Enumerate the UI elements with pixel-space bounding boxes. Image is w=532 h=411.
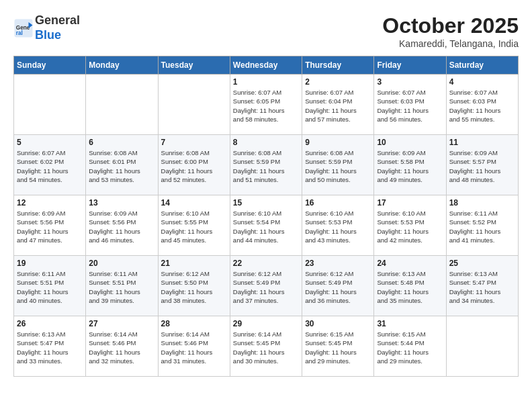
svg-text:ral: ral: [16, 30, 23, 36]
day-info: Sunrise: 6:11 AM Sunset: 5:52 PM Dayligh…: [449, 209, 515, 244]
calendar-cell: 23Sunrise: 6:12 AM Sunset: 5:49 PM Dayli…: [302, 256, 374, 316]
day-number: 19: [17, 259, 83, 268]
day-number: 8: [233, 138, 299, 147]
calendar-cell: 4Sunrise: 6:07 AM Sunset: 6:03 PM Daylig…: [446, 75, 518, 135]
calendar-cell: [14, 75, 86, 135]
day-number: 12: [17, 198, 83, 208]
day-number: 27: [89, 319, 154, 328]
calendar-cell: 28Sunrise: 6:14 AM Sunset: 5:46 PM Dayli…: [158, 316, 230, 377]
day-info: Sunrise: 6:09 AM Sunset: 5:56 PM Dayligh…: [17, 209, 83, 244]
logo-general: General: [35, 13, 80, 27]
calendar-week-1: 5Sunrise: 6:07 AM Sunset: 6:02 PM Daylig…: [14, 135, 519, 195]
weekday-wednesday: Wednesday: [230, 56, 302, 75]
day-number: 30: [305, 319, 371, 328]
day-number: 11: [449, 138, 515, 147]
calendar-week-0: 1Sunrise: 6:07 AM Sunset: 6:05 PM Daylig…: [14, 75, 519, 135]
calendar-cell: 22Sunrise: 6:12 AM Sunset: 5:49 PM Dayli…: [230, 256, 302, 316]
day-info: Sunrise: 6:09 AM Sunset: 5:57 PM Dayligh…: [449, 148, 515, 184]
day-info: Sunrise: 6:07 AM Sunset: 6:05 PM Dayligh…: [233, 88, 299, 124]
day-number: 20: [89, 259, 154, 268]
calendar-cell: 9Sunrise: 6:08 AM Sunset: 5:59 PM Daylig…: [302, 135, 374, 195]
calendar-week-4: 26Sunrise: 6:13 AM Sunset: 5:47 PM Dayli…: [14, 316, 519, 377]
day-info: Sunrise: 6:11 AM Sunset: 5:51 PM Dayligh…: [17, 269, 83, 305]
day-number: 22: [233, 259, 299, 268]
day-number: 26: [17, 319, 83, 328]
day-number: 25: [449, 259, 515, 268]
day-info: Sunrise: 6:09 AM Sunset: 5:56 PM Dayligh…: [89, 209, 154, 244]
calendar-cell: 18Sunrise: 6:11 AM Sunset: 5:52 PM Dayli…: [446, 195, 518, 256]
day-info: Sunrise: 6:15 AM Sunset: 5:45 PM Dayligh…: [305, 330, 371, 365]
calendar-cell: 19Sunrise: 6:11 AM Sunset: 5:51 PM Dayli…: [14, 256, 86, 316]
day-number: 10: [377, 138, 443, 147]
logo-blue: Blue: [35, 28, 61, 42]
day-info: Sunrise: 6:07 AM Sunset: 6:04 PM Dayligh…: [305, 88, 371, 124]
day-info: Sunrise: 6:15 AM Sunset: 5:44 PM Dayligh…: [377, 330, 443, 365]
day-number: 23: [305, 259, 371, 268]
day-info: Sunrise: 6:11 AM Sunset: 5:51 PM Dayligh…: [89, 269, 154, 305]
weekday-header-row: SundayMondayTuesdayWednesdayThursdayFrid…: [14, 56, 519, 75]
day-info: Sunrise: 6:08 AM Sunset: 6:01 PM Dayligh…: [89, 148, 154, 184]
day-number: 13: [89, 198, 154, 208]
calendar-cell: 11Sunrise: 6:09 AM Sunset: 5:57 PM Dayli…: [446, 135, 518, 195]
calendar-cell: 14Sunrise: 6:10 AM Sunset: 5:55 PM Dayli…: [158, 195, 230, 256]
calendar-cell: 29Sunrise: 6:14 AM Sunset: 5:45 PM Dayli…: [230, 316, 302, 377]
day-info: Sunrise: 6:08 AM Sunset: 5:59 PM Dayligh…: [233, 148, 299, 184]
calendar-header: SundayMondayTuesdayWednesdayThursdayFrid…: [14, 56, 519, 75]
calendar-cell: 17Sunrise: 6:10 AM Sunset: 5:53 PM Dayli…: [374, 195, 446, 256]
calendar-cell: [158, 75, 230, 135]
day-info: Sunrise: 6:13 AM Sunset: 5:47 PM Dayligh…: [17, 330, 83, 365]
weekday-tuesday: Tuesday: [158, 56, 230, 75]
weekday-monday: Monday: [86, 56, 158, 75]
day-number: 18: [449, 198, 515, 208]
day-number: 24: [377, 259, 443, 268]
calendar-week-2: 12Sunrise: 6:09 AM Sunset: 5:56 PM Dayli…: [14, 195, 519, 256]
day-number: 15: [233, 198, 299, 208]
calendar-cell: 30Sunrise: 6:15 AM Sunset: 5:45 PM Dayli…: [302, 316, 374, 377]
calendar-cell: 26Sunrise: 6:13 AM Sunset: 5:47 PM Dayli…: [14, 316, 86, 377]
weekday-saturday: Saturday: [446, 56, 518, 75]
day-info: Sunrise: 6:14 AM Sunset: 5:45 PM Dayligh…: [233, 330, 299, 365]
day-info: Sunrise: 6:10 AM Sunset: 5:53 PM Dayligh…: [305, 209, 371, 244]
logo: Gene ral General Blue: [13, 13, 80, 42]
calendar-cell: 27Sunrise: 6:14 AM Sunset: 5:46 PM Dayli…: [86, 316, 158, 377]
day-info: Sunrise: 6:13 AM Sunset: 5:48 PM Dayligh…: [377, 269, 443, 305]
day-number: 31: [377, 319, 443, 328]
calendar-cell: 12Sunrise: 6:09 AM Sunset: 5:56 PM Dayli…: [14, 195, 86, 256]
day-number: 29: [233, 319, 299, 328]
page-header: Gene ral General Blue October 2025 Kamar…: [13, 13, 519, 49]
calendar-cell: 6Sunrise: 6:08 AM Sunset: 6:01 PM Daylig…: [86, 135, 158, 195]
day-info: Sunrise: 6:07 AM Sunset: 6:03 PM Dayligh…: [377, 88, 443, 124]
calendar-body: 1Sunrise: 6:07 AM Sunset: 6:05 PM Daylig…: [14, 75, 519, 377]
calendar-cell: [86, 75, 158, 135]
calendar-cell: 25Sunrise: 6:13 AM Sunset: 5:47 PM Dayli…: [446, 256, 518, 316]
calendar-cell: 20Sunrise: 6:11 AM Sunset: 5:51 PM Dayli…: [86, 256, 158, 316]
title-block: October 2025 Kamareddi, Telangana, India: [382, 13, 519, 49]
day-info: Sunrise: 6:12 AM Sunset: 5:50 PM Dayligh…: [161, 269, 227, 305]
calendar-cell: [446, 316, 518, 377]
day-number: 16: [305, 198, 371, 208]
day-info: Sunrise: 6:12 AM Sunset: 5:49 PM Dayligh…: [233, 269, 299, 305]
weekday-friday: Friday: [374, 56, 446, 75]
day-number: 1: [233, 77, 299, 87]
calendar-cell: 15Sunrise: 6:10 AM Sunset: 5:54 PM Dayli…: [230, 195, 302, 256]
logo-icon: Gene ral: [13, 18, 34, 38]
day-number: 17: [377, 198, 443, 208]
month-title: October 2025: [382, 13, 519, 38]
calendar-cell: 21Sunrise: 6:12 AM Sunset: 5:50 PM Dayli…: [158, 256, 230, 316]
calendar-cell: 8Sunrise: 6:08 AM Sunset: 5:59 PM Daylig…: [230, 135, 302, 195]
day-number: 6: [89, 138, 154, 147]
day-info: Sunrise: 6:08 AM Sunset: 5:59 PM Dayligh…: [305, 148, 371, 184]
day-number: 9: [305, 138, 371, 147]
calendar-cell: 24Sunrise: 6:13 AM Sunset: 5:48 PM Dayli…: [374, 256, 446, 316]
day-info: Sunrise: 6:09 AM Sunset: 5:58 PM Dayligh…: [377, 148, 443, 184]
calendar-cell: 31Sunrise: 6:15 AM Sunset: 5:44 PM Dayli…: [374, 316, 446, 377]
calendar-cell: 3Sunrise: 6:07 AM Sunset: 6:03 PM Daylig…: [374, 75, 446, 135]
calendar-table: SundayMondayTuesdayWednesdayThursdayFrid…: [13, 56, 519, 377]
day-info: Sunrise: 6:14 AM Sunset: 5:46 PM Dayligh…: [161, 330, 227, 365]
calendar-week-3: 19Sunrise: 6:11 AM Sunset: 5:51 PM Dayli…: [14, 256, 519, 316]
day-number: 4: [449, 77, 515, 87]
day-info: Sunrise: 6:08 AM Sunset: 6:00 PM Dayligh…: [161, 148, 227, 184]
day-info: Sunrise: 6:07 AM Sunset: 6:03 PM Dayligh…: [449, 88, 515, 124]
day-info: Sunrise: 6:07 AM Sunset: 6:02 PM Dayligh…: [17, 148, 83, 184]
weekday-thursday: Thursday: [302, 56, 374, 75]
